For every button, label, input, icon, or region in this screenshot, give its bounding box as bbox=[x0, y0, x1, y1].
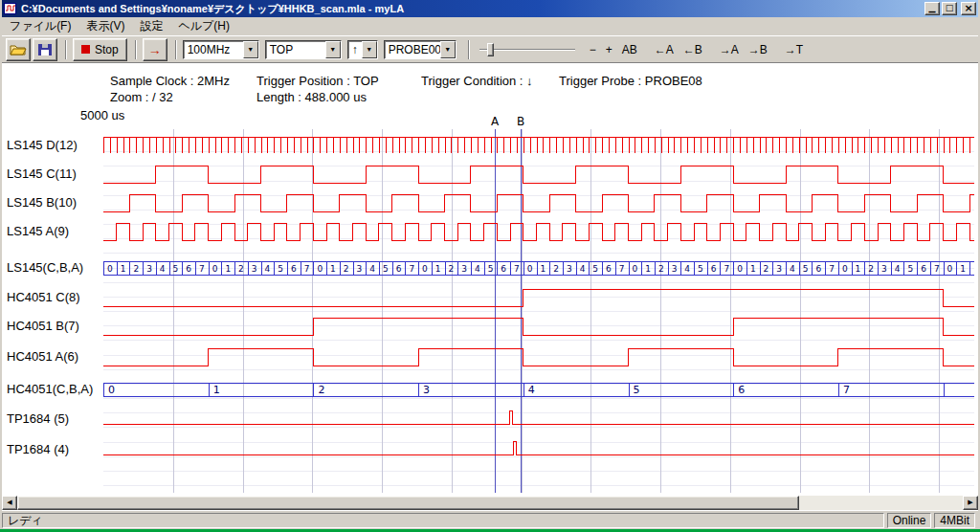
svg-text:1: 1 bbox=[750, 264, 756, 274]
svg-text:1: 1 bbox=[330, 264, 336, 274]
fwd-cursor-b-button[interactable]: →B bbox=[744, 41, 772, 58]
svg-text:2: 2 bbox=[318, 384, 324, 396]
svg-text:B: B bbox=[517, 115, 524, 128]
trigger-probe-select[interactable]: PROBE00 ▼ bbox=[384, 40, 457, 59]
svg-text:7: 7 bbox=[934, 264, 940, 274]
svg-text:4: 4 bbox=[160, 264, 166, 274]
status-memory-badge: 4MBit bbox=[934, 513, 975, 528]
window-title: C:¥Documents and Settings¥noname¥デスクトップ¥… bbox=[21, 2, 923, 16]
svg-text:3: 3 bbox=[423, 384, 430, 396]
fwd-cursor-a-button[interactable]: →A bbox=[715, 41, 744, 58]
svg-text:5: 5 bbox=[592, 264, 598, 274]
cursor-ab-button[interactable]: AB bbox=[617, 41, 642, 58]
goto-cursor-b-button[interactable]: ←B bbox=[679, 41, 707, 58]
zoom-text: Zoom : / 32 bbox=[110, 90, 173, 104]
channel-label: TP1684 (4) bbox=[7, 442, 69, 456]
zoom-slider[interactable] bbox=[476, 39, 579, 60]
toolbar-separator bbox=[175, 40, 177, 59]
cursor-back-group: ←A ←B bbox=[650, 41, 707, 58]
menu-file[interactable]: ファイル(F) bbox=[2, 16, 78, 36]
trigger-position-select[interactable]: TOP ▼ bbox=[265, 40, 342, 59]
stop-button[interactable]: Stop bbox=[73, 38, 127, 61]
zoom-slider-handle[interactable] bbox=[487, 43, 494, 56]
hscrollbar-thumb[interactable] bbox=[17, 496, 799, 510]
app-icon bbox=[4, 2, 17, 15]
trigger-probe-value: PROBE00 bbox=[385, 41, 440, 58]
trigger-position-value: TOP bbox=[266, 41, 325, 58]
svg-text:6: 6 bbox=[501, 264, 506, 274]
zoom-slider-track bbox=[479, 49, 575, 51]
svg-text:5: 5 bbox=[278, 264, 283, 274]
svg-text:4: 4 bbox=[790, 264, 795, 274]
channel-label: LS145 D(12) bbox=[7, 138, 78, 152]
svg-text:4: 4 bbox=[895, 264, 901, 274]
chevron-down-icon[interactable]: ▼ bbox=[440, 41, 456, 58]
channel-label: LS145(C,B,A) bbox=[7, 260, 83, 275]
svg-text:6: 6 bbox=[606, 264, 612, 274]
svg-text:3: 3 bbox=[776, 264, 782, 274]
svg-text:0: 0 bbox=[842, 264, 848, 274]
menu-settings[interactable]: 設定 bbox=[132, 16, 170, 36]
status-online-badge: Online bbox=[887, 513, 932, 528]
sample-clock-text: Sample Clock : 2MHz bbox=[110, 74, 230, 88]
svg-text:4: 4 bbox=[580, 264, 586, 274]
svg-text:6: 6 bbox=[711, 264, 717, 274]
svg-text:2: 2 bbox=[658, 264, 664, 274]
svg-text:1: 1 bbox=[645, 264, 651, 274]
toolbar-separator bbox=[468, 40, 470, 59]
chevron-down-icon[interactable]: ▼ bbox=[362, 41, 377, 58]
maximize-button[interactable]: □ bbox=[942, 2, 957, 15]
trigger-edge-value: ↑ bbox=[348, 41, 362, 58]
chevron-down-icon[interactable]: ▼ bbox=[325, 41, 341, 58]
zoom-in-button[interactable]: + bbox=[601, 41, 617, 58]
scroll-left-icon[interactable]: ◀ bbox=[2, 496, 17, 510]
svg-text:A: A bbox=[491, 115, 500, 128]
menu-view[interactable]: 表示(V) bbox=[78, 16, 132, 36]
svg-text:3: 3 bbox=[672, 264, 678, 274]
save-button[interactable] bbox=[33, 38, 57, 61]
svg-text:2: 2 bbox=[238, 264, 244, 274]
svg-text:3: 3 bbox=[357, 264, 363, 274]
open-file-button[interactable] bbox=[6, 38, 31, 61]
svg-text:7: 7 bbox=[724, 264, 729, 274]
channel-label: HC4051 C(8) bbox=[7, 290, 80, 304]
svg-text:5: 5 bbox=[907, 264, 913, 274]
minimize-button[interactable]: ▁ bbox=[924, 2, 940, 15]
app-window: C:¥Documents and Settings¥noname¥デスクトップ¥… bbox=[0, 0, 980, 529]
channel-label: HC4051 B(7) bbox=[7, 319, 79, 333]
svg-text:3: 3 bbox=[461, 264, 467, 274]
stop-icon bbox=[81, 45, 90, 54]
channel-label: LS145 A(9) bbox=[7, 224, 69, 238]
scroll-right-icon[interactable]: ▶ bbox=[963, 496, 978, 510]
svg-text:1: 1 bbox=[121, 264, 126, 274]
svg-text:5: 5 bbox=[803, 264, 809, 274]
svg-text:0: 0 bbox=[212, 264, 218, 274]
channel-label: HC4051(C,B,A) bbox=[7, 382, 93, 396]
svg-text:5: 5 bbox=[634, 384, 640, 396]
goto-cursor-a-button[interactable]: ←A bbox=[650, 41, 679, 58]
svg-text:1: 1 bbox=[225, 264, 231, 274]
titlebar[interactable]: C:¥Documents and Settings¥noname¥デスクトップ¥… bbox=[0, 0, 980, 17]
zoom-out-button[interactable]: − bbox=[585, 41, 601, 58]
svg-text:7: 7 bbox=[199, 264, 205, 274]
svg-text:2: 2 bbox=[868, 264, 874, 274]
channel-label: LS145 C(11) bbox=[7, 166, 77, 181]
hscrollbar[interactable]: ◀ ▶ bbox=[2, 496, 978, 510]
trigger-edge-select[interactable]: ↑ ▼ bbox=[347, 40, 378, 59]
run-button[interactable]: → bbox=[143, 38, 167, 61]
svg-text:0: 0 bbox=[107, 264, 113, 274]
toolbar: Stop → 100MHz ▼ TOP ▼ ↑ ▼ PROBE00 ▼ − + … bbox=[0, 35, 980, 63]
svg-text:7: 7 bbox=[619, 264, 625, 274]
svg-text:4: 4 bbox=[475, 264, 480, 274]
menu-help[interactable]: ヘルプ(H) bbox=[170, 16, 237, 36]
floppy-disk-icon bbox=[37, 43, 53, 56]
svg-text:2: 2 bbox=[133, 264, 139, 274]
svg-text:5: 5 bbox=[173, 264, 179, 274]
close-button[interactable]: × bbox=[961, 2, 976, 15]
goto-trigger-button[interactable]: →T bbox=[780, 41, 808, 58]
chevron-down-icon[interactable]: ▼ bbox=[243, 41, 258, 58]
trigger-goto-group: →T bbox=[780, 41, 808, 58]
sample-rate-select[interactable]: 100MHz ▼ bbox=[183, 40, 259, 59]
cursor-fwd-group: →A →B bbox=[715, 41, 772, 58]
stop-label: Stop bbox=[95, 43, 119, 56]
